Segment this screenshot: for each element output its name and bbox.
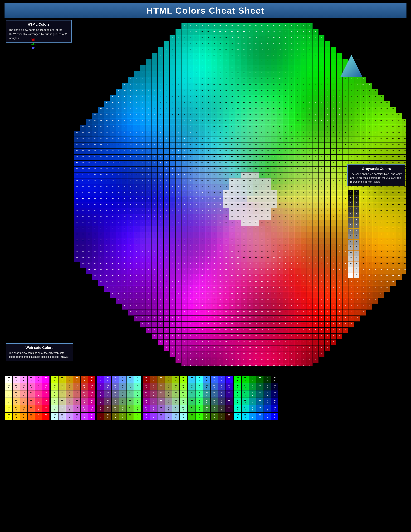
rr-dash: —— [39,38,44,41]
rr-label: RR [31,38,39,42]
greyscale-info-box: Greyscale Colors The chart on the left c… [347,164,405,186]
greyscale-description: The chart on the left contains black and… [350,172,402,184]
page-title: HTML Colors Cheat Sheet [7,6,404,16]
gg-label: GG [31,42,39,46]
bb-label: BB [31,46,39,50]
color-legend: RR —— GG - - - - BB - - - - - - [31,38,51,50]
bottom-color-table-section [5,374,406,433]
gg-dash: - - - - [39,43,47,45]
websafe-description: The chart below contains all of the 216 … [9,351,70,359]
websafe-info-box: Web-safe Colors The chart below contains… [6,343,73,361]
websafe-heading: Web-safe Colors [9,346,70,350]
bb-dash: - - - - - - [39,47,51,49]
greyscale-heading: Greyscale Colors [350,167,402,171]
main-color-chart [5,19,406,366]
html-colors-heading: HTML Colors [9,22,69,27]
